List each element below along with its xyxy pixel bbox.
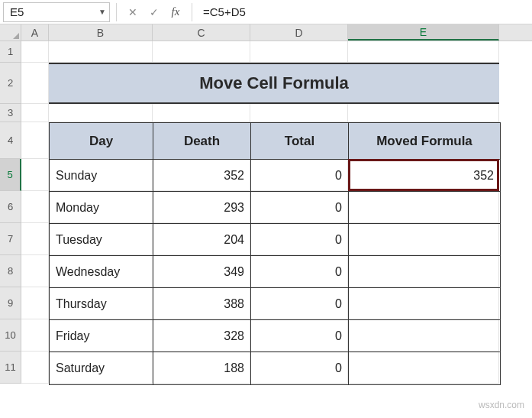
name-box-dropdown-icon[interactable]: ▼ bbox=[98, 8, 106, 16]
col-header-C[interactable]: C bbox=[153, 24, 250, 41]
formula-bar-buttons: ✕ ✓ fx bbox=[123, 3, 185, 21]
col-header-A[interactable]: A bbox=[21, 24, 49, 41]
cell-total[interactable]: 0 bbox=[251, 192, 349, 224]
cell[interactable] bbox=[21, 104, 49, 122]
cell[interactable] bbox=[250, 41, 348, 63]
cell-moved[interactable] bbox=[349, 352, 500, 384]
cell-total[interactable]: 0 bbox=[251, 352, 349, 384]
cell-day[interactable]: Tuesday bbox=[50, 224, 153, 256]
cell[interactable] bbox=[21, 191, 49, 223]
cell[interactable] bbox=[49, 104, 153, 122]
cell[interactable] bbox=[153, 41, 250, 63]
cell-death[interactable]: 349 bbox=[153, 256, 251, 288]
row-header[interactable]: 8 bbox=[0, 255, 21, 287]
cell-day[interactable]: Saturday bbox=[50, 352, 153, 384]
cell-day[interactable]: Monday bbox=[50, 192, 153, 224]
cell[interactable] bbox=[21, 352, 49, 384]
cell-death[interactable]: 188 bbox=[153, 352, 251, 384]
cell-death[interactable]: 328 bbox=[153, 320, 251, 352]
cell-total[interactable]: 0 bbox=[251, 160, 349, 192]
col-header-D[interactable]: D bbox=[250, 24, 348, 41]
cell-total[interactable]: 0 bbox=[251, 256, 349, 288]
row-header[interactable]: 5 bbox=[0, 159, 21, 191]
row-header[interactable]: 2 bbox=[0, 63, 21, 104]
cell-moved[interactable] bbox=[349, 320, 500, 352]
row-header[interactable]: 11 bbox=[0, 352, 21, 384]
fx-icon[interactable]: fx bbox=[166, 3, 185, 21]
row-header[interactable]: 1 bbox=[0, 41, 21, 63]
row-header[interactable]: 3 bbox=[0, 104, 21, 122]
cell[interactable] bbox=[21, 41, 49, 63]
row-header[interactable]: 6 bbox=[0, 191, 21, 223]
cell[interactable] bbox=[21, 63, 49, 104]
cell-death[interactable]: 352 bbox=[153, 160, 251, 192]
cell-death[interactable]: 204 bbox=[153, 224, 251, 256]
row-header[interactable]: 4 bbox=[0, 122, 21, 159]
formula-bar: E5 ▼ ✕ ✓ fx =C5+D5 bbox=[0, 0, 532, 24]
separator bbox=[192, 3, 192, 21]
cell-day[interactable]: Sunday bbox=[50, 160, 153, 192]
select-all-corner[interactable] bbox=[0, 24, 21, 41]
col-header-E[interactable]: E bbox=[348, 24, 499, 41]
cell[interactable] bbox=[250, 104, 348, 122]
formula-input[interactable]: =C5+D5 bbox=[198, 2, 532, 22]
watermark: wsxdn.com bbox=[479, 400, 524, 410]
cell-moved[interactable]: 352 bbox=[349, 160, 500, 192]
row-header[interactable]: 10 bbox=[0, 319, 21, 352]
cell[interactable] bbox=[21, 223, 49, 255]
cell-day[interactable]: Friday bbox=[50, 320, 153, 352]
cell[interactable] bbox=[21, 319, 49, 352]
cell[interactable] bbox=[21, 122, 49, 159]
cell[interactable] bbox=[49, 41, 153, 63]
cell-moved[interactable] bbox=[349, 256, 500, 288]
row-header[interactable]: 9 bbox=[0, 287, 21, 319]
cell-total[interactable]: 0 bbox=[251, 320, 349, 352]
col-death-header: Death bbox=[153, 123, 251, 160]
data-table: Day Death Total Moved Formula Sunday 352… bbox=[49, 122, 501, 385]
cell-total[interactable]: 0 bbox=[251, 224, 349, 256]
cell-day[interactable]: Wednesday bbox=[50, 256, 153, 288]
cell[interactable] bbox=[153, 104, 250, 122]
enter-icon[interactable]: ✓ bbox=[144, 3, 164, 21]
spreadsheet-grid: A B C D E 1 2 3 4 5 6 7 8 9 10 11 Move C… bbox=[0, 24, 532, 384]
cell-moved[interactable] bbox=[349, 192, 500, 224]
col-moved-header: Moved Formula bbox=[349, 123, 500, 160]
cell-total[interactable]: 0 bbox=[251, 288, 349, 320]
col-total-header: Total bbox=[251, 123, 349, 160]
row-header[interactable]: 7 bbox=[0, 223, 21, 255]
name-box-value: E5 bbox=[10, 5, 98, 18]
col-day-header: Day bbox=[50, 123, 153, 160]
cancel-icon[interactable]: ✕ bbox=[123, 3, 143, 21]
separator bbox=[116, 3, 117, 21]
cell-death[interactable]: 388 bbox=[153, 288, 251, 320]
cell-death[interactable]: 293 bbox=[153, 192, 251, 224]
col-header-B[interactable]: B bbox=[49, 24, 153, 41]
name-box[interactable]: E5 ▼ bbox=[3, 2, 110, 22]
column-headers: A B C D E bbox=[0, 24, 532, 41]
cell[interactable] bbox=[348, 104, 499, 122]
page-title: Move Cell Formula bbox=[49, 63, 499, 104]
cell-moved[interactable] bbox=[349, 224, 500, 256]
cell[interactable] bbox=[21, 255, 49, 287]
cell-moved[interactable] bbox=[349, 288, 500, 320]
cell-day[interactable]: Thursday bbox=[50, 288, 153, 320]
cell[interactable] bbox=[348, 41, 499, 63]
cell[interactable] bbox=[21, 159, 49, 191]
cell[interactable] bbox=[21, 287, 49, 319]
